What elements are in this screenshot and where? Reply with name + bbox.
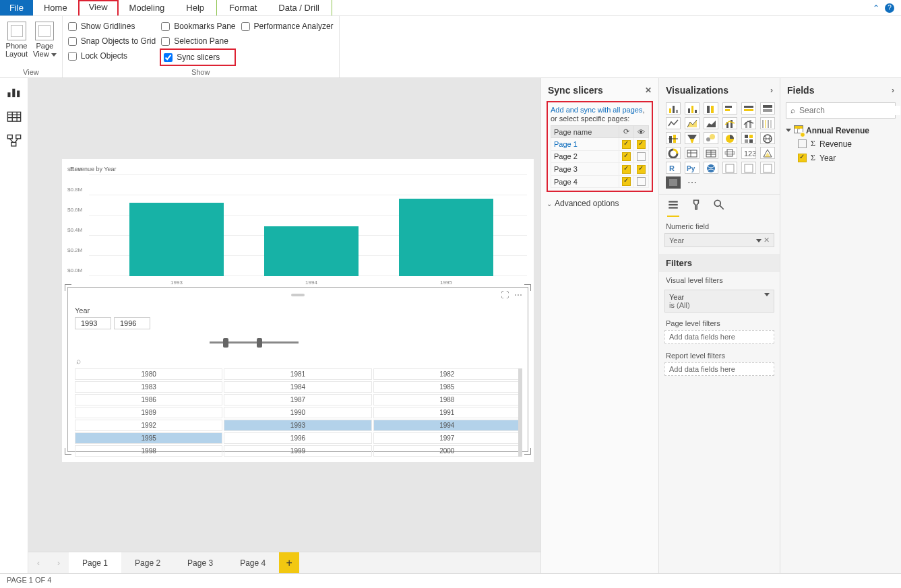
visible-checkbox[interactable]: [637, 140, 646, 149]
viz-type-icon[interactable]: [722, 147, 737, 159]
advanced-options-toggle[interactable]: ⌄Advanced options: [541, 192, 658, 215]
bar[interactable]: [129, 203, 224, 276]
page-tab[interactable]: Page 3: [174, 552, 226, 573]
collapse-ribbon-icon[interactable]: ⌃: [873, 3, 879, 13]
scrollbar[interactable]: [518, 368, 522, 457]
page-prev-button[interactable]: ‹: [28, 552, 49, 573]
visual-filter-item[interactable]: Yearis (All): [664, 290, 774, 313]
sync-page-name[interactable]: Page 2: [551, 150, 619, 163]
viz-type-icon[interactable]: [685, 132, 700, 144]
viz-type-icon[interactable]: [722, 162, 737, 174]
field-item[interactable]: ΣYear: [786, 151, 896, 165]
menu-data-drill[interactable]: Data / Drill: [268, 0, 330, 15]
report-filter-well[interactable]: Add data fields here: [664, 362, 774, 376]
viz-type-icon[interactable]: [704, 162, 718, 174]
slicer-to-input[interactable]: 1996: [114, 317, 150, 329]
viz-type-icon[interactable]: [685, 147, 700, 159]
viz-type-icon[interactable]: R: [666, 162, 681, 174]
page-next-button[interactable]: ›: [49, 552, 69, 573]
year-cell[interactable]: 1999: [224, 445, 371, 457]
selection-pane-checkbox[interactable]: Selection Pane: [161, 34, 235, 48]
year-cell[interactable]: 1985: [373, 381, 521, 393]
viz-type-icon[interactable]: [760, 132, 775, 144]
more-options-icon[interactable]: ⋯: [514, 290, 522, 300]
field-checkbox[interactable]: [798, 154, 807, 162]
year-cell[interactable]: 1998: [75, 445, 222, 457]
bookmarks-pane-checkbox[interactable]: Bookmarks Pane: [161, 19, 235, 34]
sync-checkbox[interactable]: [622, 140, 631, 149]
visible-checkbox[interactable]: [637, 152, 646, 161]
slider-thumb-right[interactable]: [257, 338, 262, 348]
year-grid[interactable]: 1980198119821983198419851986198719881989…: [75, 368, 521, 457]
more-visuals-icon[interactable]: ⋯: [685, 176, 700, 189]
year-cell[interactable]: 1981: [224, 368, 371, 380]
year-cell[interactable]: 1989: [75, 407, 222, 418]
viz-type-icon[interactable]: [760, 117, 775, 129]
analytics-tab[interactable]: [713, 199, 725, 217]
menu-help[interactable]: Help: [175, 0, 215, 15]
viz-type-icon[interactable]: [722, 117, 737, 129]
chevron-right-icon[interactable]: ›: [770, 86, 773, 95]
viz-type-icon[interactable]: [760, 147, 775, 159]
slider-thumb-left[interactable]: [223, 338, 228, 348]
data-view-icon[interactable]: [7, 110, 22, 123]
viz-type-icon[interactable]: [685, 117, 700, 129]
range-slider[interactable]: [82, 336, 514, 350]
show-gridlines-checkbox[interactable]: Show Gridlines: [68, 19, 156, 34]
table-node[interactable]: Annual Revenue: [786, 124, 896, 137]
year-cell[interactable]: 1994: [373, 420, 521, 431]
format-tab[interactable]: [690, 199, 702, 217]
bar-chart[interactable]: Revenue by Year $0.0M$0.2M$0.4M$0.6M$0.8…: [62, 166, 534, 284]
year-cell[interactable]: 1982: [373, 368, 521, 380]
chevron-down-icon[interactable]: [756, 239, 762, 242]
lock-objects-checkbox[interactable]: Lock Objects: [68, 48, 156, 63]
sync-slicers-checkbox[interactable]: Sync slicers: [164, 50, 231, 65]
sync-page-name[interactable]: Page 1: [551, 138, 619, 151]
year-cell[interactable]: 1984: [224, 381, 371, 393]
slicer-from-input[interactable]: 1993: [75, 317, 111, 329]
year-cell[interactable]: 1996: [224, 432, 371, 444]
page-tab[interactable]: Page 2: [121, 552, 174, 573]
visible-checkbox[interactable]: [637, 177, 646, 186]
field-checkbox[interactable]: [798, 139, 807, 148]
page-view-button[interactable]: Page View: [33, 19, 57, 58]
year-cell[interactable]: 1987: [224, 394, 371, 405]
page-filter-well[interactable]: Add data fields here: [664, 330, 774, 344]
viz-type-icon[interactable]: [722, 132, 737, 144]
help-icon[interactable]: ?: [885, 3, 894, 13]
numeric-field-well[interactable]: Year ✕: [664, 233, 774, 247]
fields-search[interactable]: ⌕: [786, 102, 896, 119]
menu-format[interactable]: Format: [218, 0, 268, 15]
viz-type-icon[interactable]: [760, 102, 775, 115]
viz-type-icon[interactable]: [666, 147, 681, 159]
viz-type-icon[interactable]: [666, 102, 681, 115]
page-tab[interactable]: Page 4: [226, 552, 279, 573]
drag-handle-icon[interactable]: [291, 294, 305, 296]
sync-page-name[interactable]: Page 3: [551, 163, 619, 176]
menu-home[interactable]: Home: [33, 0, 78, 15]
year-cell[interactable]: 1988: [373, 394, 521, 405]
year-cell[interactable]: 1990: [224, 407, 371, 418]
report-view-icon[interactable]: [7, 86, 22, 98]
search-input[interactable]: [799, 106, 900, 115]
expand-icon[interactable]: [786, 129, 791, 132]
model-view-icon[interactable]: [7, 135, 22, 147]
viz-type-icon[interactable]: [741, 102, 756, 115]
focus-mode-icon[interactable]: ⛶: [501, 290, 509, 300]
year-cell[interactable]: 1983: [75, 381, 222, 393]
viz-type-icon[interactable]: [666, 132, 681, 144]
viz-type-icon[interactable]: [704, 102, 718, 115]
year-cell[interactable]: 2000: [373, 445, 521, 457]
viz-type-icon[interactable]: [704, 132, 718, 144]
year-cell[interactable]: 1997: [373, 432, 521, 444]
year-slicer[interactable]: ⛶ ⋯ Year 1993 1996: [67, 287, 528, 452]
menu-view[interactable]: View: [78, 0, 119, 15]
chevron-right-icon[interactable]: ›: [892, 86, 894, 95]
search-icon[interactable]: ⌕: [76, 356, 81, 366]
menu-file[interactable]: File: [0, 0, 33, 15]
viz-type-icon[interactable]: Py: [685, 162, 700, 174]
sync-checkbox[interactable]: [622, 152, 631, 161]
viz-type-icon[interactable]: [666, 117, 681, 129]
sync-page-name[interactable]: Page 4: [551, 175, 619, 188]
bar[interactable]: [399, 199, 493, 276]
